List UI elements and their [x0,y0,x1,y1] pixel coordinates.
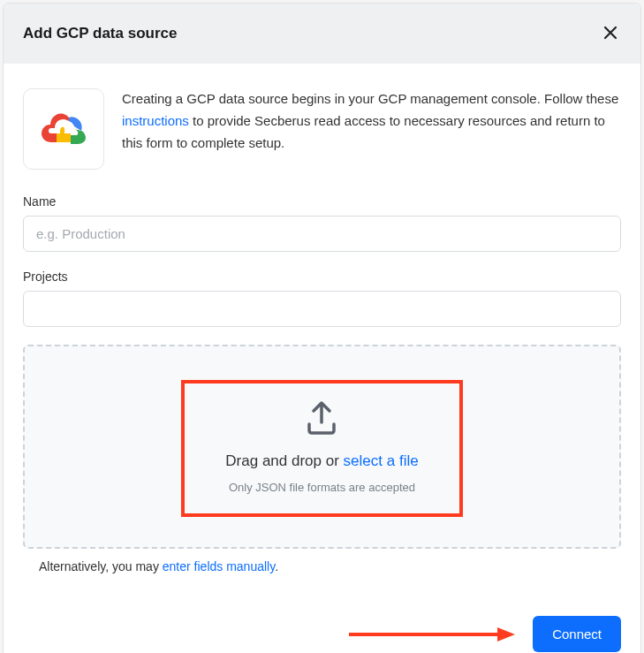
add-gcp-data-source-modal: Add GCP data source Creating a GCP data … [4,4,640,653]
name-label: Name [23,194,621,209]
alt-prefix: Alternatively, you may [39,559,163,573]
name-input[interactable] [23,216,621,252]
intro-row: Creating a GCP data source begins in you… [23,88,621,170]
instructions-link[interactable]: instructions [122,113,189,128]
annotation-highlight-box: Drag and drop or select a file Only JSON… [181,380,462,517]
dropzone-hint: Only JSON file formats are accepted [225,481,418,494]
gcp-cloud-icon [41,110,87,148]
dropzone-prefix: Drag and drop or [225,452,343,469]
svg-marker-1 [497,627,515,642]
file-dropzone[interactable]: Drag and drop or select a file Only JSON… [23,345,621,549]
alternative-text: Alternatively, you may enter fields manu… [23,559,621,573]
close-button[interactable] [600,21,621,46]
modal-header: Add GCP data source [4,4,640,64]
intro-text-after: to provide Secberus read access to neces… [122,113,605,150]
name-field-group: Name [23,194,621,252]
projects-input[interactable] [23,291,621,327]
connect-button[interactable]: Connect [533,616,621,652]
intro-text-before: Creating a GCP data source begins in you… [122,91,618,106]
annotation-arrow [347,626,515,643]
dropzone-main-text: Drag and drop or select a file [225,452,418,470]
intro-text: Creating a GCP data source begins in you… [122,88,621,170]
close-icon [603,24,617,43]
select-file-link[interactable]: select a file [344,452,419,469]
enter-manually-link[interactable]: enter fields manually [163,559,275,573]
upload-icon [303,399,340,435]
modal-body: Creating a GCP data source begins in you… [4,64,640,653]
projects-label: Projects [23,270,621,284]
alt-suffix: . [275,559,278,573]
modal-title: Add GCP data source [23,25,177,42]
gcp-logo [23,88,104,170]
projects-field-group: Projects [23,270,621,327]
modal-footer: Connect [23,616,621,652]
